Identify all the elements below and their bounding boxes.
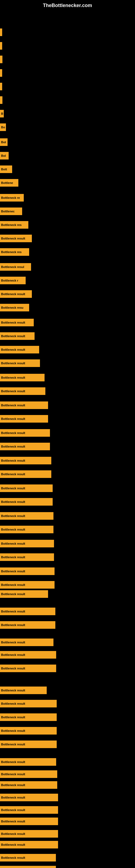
result-bar <box>0 29 2 36</box>
bar-item: Bottleneck result <box>0 781 57 789</box>
result-bar: Bottleneck result <box>0 770 57 778</box>
bar-item: Bottleneck re <box>0 194 24 202</box>
bar-item: Bottleneck result <box>0 770 57 778</box>
bar-item: Bottleneck result <box>0 457 51 464</box>
result-bar: B <box>0 110 4 118</box>
bar-item: Bol <box>0 152 9 159</box>
result-bar: Bottleneck result <box>0 360 40 367</box>
bar-item <box>0 56 2 63</box>
result-bar: Bottleneck result <box>0 794 58 801</box>
result-bar: Bottleneck result <box>0 817 58 825</box>
result-bar <box>0 96 2 104</box>
bar-item: Bottleneck resul <box>0 263 31 271</box>
bar-item: Bottleneck res <box>0 221 28 229</box>
bar-item: B <box>0 110 4 118</box>
bar-item: Bo <box>0 123 6 131</box>
result-bar: Bottleneck result <box>0 866 56 868</box>
bar-item: Bottleneck result <box>0 319 34 326</box>
result-bar: Bottleneck result <box>0 498 53 506</box>
result-bar: Bottleneck result <box>0 332 35 340</box>
bar-item: Bott <box>0 165 12 173</box>
bar-item: Bottleneck result <box>0 608 55 615</box>
result-bar: Bottleneck result <box>0 567 54 575</box>
result-bar: Bol <box>0 152 9 159</box>
bar-item: Bottleneck result <box>0 581 54 589</box>
bar-item: Bottleneck result <box>0 854 56 862</box>
bar-item <box>0 29 2 36</box>
bar-item: Bottleneck result <box>0 794 58 801</box>
result-bar: Bottleneck resul <box>0 263 31 271</box>
result-bar: Bottleneck result <box>0 346 39 353</box>
bar-item: Bottleneck result <box>0 388 45 395</box>
result-bar: Bottleneck result <box>0 727 57 735</box>
result-bar: Bottleneck result <box>0 758 56 766</box>
result-bar: Bottleneck result <box>0 319 34 326</box>
result-bar: Bottlenec <box>0 208 22 215</box>
bar-item <box>0 69 2 77</box>
bar-item <box>0 83 2 90</box>
result-bar <box>0 69 2 77</box>
bar-item: Bottleneck result <box>0 415 48 423</box>
bar-item: Bottleneck result <box>0 346 39 353</box>
result-bar: Bottleneck result <box>0 540 54 547</box>
result-bar: Bottleneck result <box>0 806 58 814</box>
result-bar: Bottleneck result <box>0 388 45 395</box>
result-bar: Bottleneck result <box>0 485 53 492</box>
bar-item: Bottleneck result <box>0 235 32 242</box>
result-bar: Bottleneck result <box>0 581 54 589</box>
result-bar: Bottleneck result <box>0 235 32 242</box>
result-bar: Bottleneck r <box>0 277 26 284</box>
result-bar: Bottleneck result <box>0 526 53 533</box>
bar-item: Bottleneck result <box>0 713 57 721</box>
result-bar <box>0 42 2 50</box>
result-bar: Bott <box>0 165 12 173</box>
result-bar: Bottleneck result <box>0 590 48 598</box>
bar-item: Bottleneck result <box>0 290 32 298</box>
result-bar: Bottleneck result <box>0 713 57 721</box>
bar-item: Bottleneck result <box>0 830 58 838</box>
result-bar: Bo <box>0 123 6 131</box>
result-bar: Bottleneck result <box>0 651 56 659</box>
result-bar: Bottleneck result <box>0 639 53 646</box>
bar-item: Bottlene <box>0 179 18 187</box>
site-title: TheBottlenecker.com <box>0 0 135 10</box>
result-bar: Bottleneck result <box>0 621 55 629</box>
bar-item: Bottleneck result <box>0 470 51 478</box>
result-bar: Bottleneck result <box>0 290 32 298</box>
result-bar: Bottleneck re <box>0 194 24 202</box>
result-bar: Bot <box>0 138 8 146</box>
result-bar <box>0 83 2 90</box>
result-bar: Bottleneck result <box>0 664 56 672</box>
bar-item: Bottleneck result <box>0 443 50 450</box>
result-bar: Bottleneck result <box>0 415 48 423</box>
result-bar: Bottleneck result <box>0 457 51 464</box>
result-bar: Bottleneck result <box>0 429 50 437</box>
bar-item: Bottleneck result <box>0 741 57 748</box>
result-bar: Bottleneck result <box>0 553 54 561</box>
bar-item: Bottleneck result <box>0 651 56 659</box>
result-bar: Bottleneck result <box>0 470 51 478</box>
result-bar: Bottleneck result <box>0 854 56 862</box>
result-bar: Bottleneck result <box>0 512 53 520</box>
bar-item: Bottleneck result <box>0 817 58 825</box>
bar-item: Bottleneck result <box>0 664 56 672</box>
bar-item: Bottleneck result <box>0 498 53 506</box>
result-bar: Bottleneck result <box>0 443 50 450</box>
bar-item: Bottleneck result <box>0 485 53 492</box>
bar-item: Bottleneck result <box>0 401 48 409</box>
bar-item: Bottleneck result <box>0 806 58 814</box>
bar-item: Bottleneck result <box>0 567 54 575</box>
result-bar: Bottleneck result <box>0 608 55 615</box>
bar-item: Bottleneck result <box>0 621 55 629</box>
bar-item <box>0 42 2 50</box>
bar-item: Bottleneck r <box>0 277 26 284</box>
result-bar: Bottleneck result <box>0 686 47 694</box>
bar-item: Bottleneck result <box>0 540 54 547</box>
bar-item: Bottleneck result <box>0 866 56 868</box>
bar-item: Bottlenec <box>0 208 22 215</box>
bar-item: Bottleneck result <box>0 512 53 520</box>
bar-item: Bottleneck result <box>0 758 56 766</box>
bar-item: Bottleneck result <box>0 526 53 533</box>
result-bar: Bottlene <box>0 179 18 187</box>
bar-item: Bot <box>0 138 8 146</box>
